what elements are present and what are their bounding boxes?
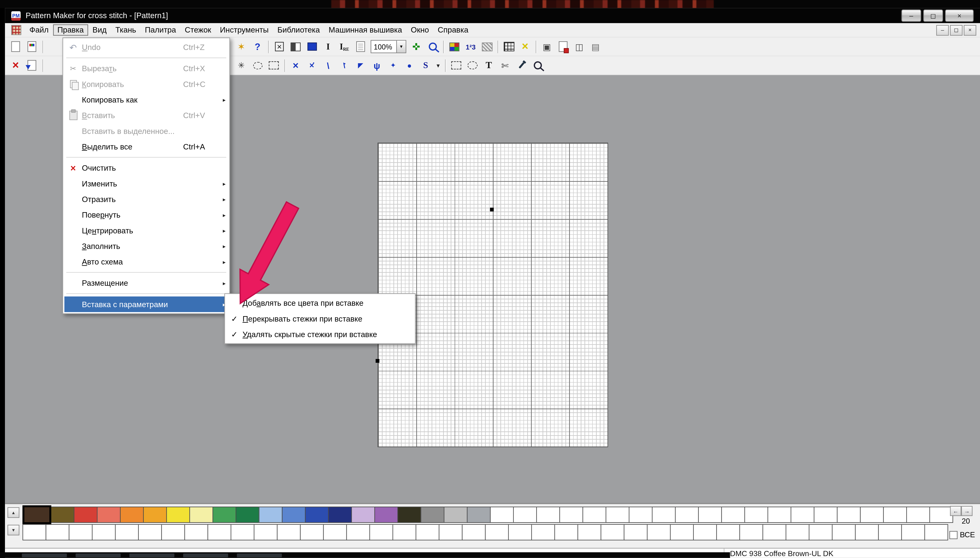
- palette-swatch-empty[interactable]: [837, 507, 861, 523]
- menubar-item-machine-embroidery[interactable]: Машинная вышивка: [324, 24, 406, 36]
- palette-swatch-empty[interactable]: [629, 507, 653, 523]
- palette-swatch-empty[interactable]: [901, 524, 925, 540]
- edit-menu-item-select-all[interactable]: Выделить всеCtrl+A: [64, 139, 228, 154]
- palette-swatch-empty[interactable]: [878, 524, 902, 540]
- palette-swatch-empty[interactable]: [531, 524, 555, 540]
- palette-swatch-empty[interactable]: [814, 507, 838, 523]
- menubar-item-stitch[interactable]: Стежок: [180, 24, 216, 36]
- palette-swatch[interactable]: [258, 507, 283, 523]
- palette-swatch-empty[interactable]: [582, 507, 606, 523]
- view-info-re-icon[interactable]: IRE: [336, 39, 352, 54]
- palette-swatch[interactable]: [23, 505, 51, 524]
- palette-swatch[interactable]: [421, 507, 445, 523]
- view-half-icon[interactable]: [287, 39, 304, 54]
- close-button[interactable]: ×: [945, 10, 973, 22]
- ripper-icon[interactable]: ✄: [497, 58, 513, 73]
- split-view-icon[interactable]: ◫: [571, 39, 587, 54]
- half-stitch-icon[interactable]: ×▪: [304, 58, 320, 73]
- edit-menu-item-clear[interactable]: ×Очистить: [64, 160, 228, 176]
- edit-menu-item-cut[interactable]: ✂ВырезатьCtrl+X: [64, 61, 228, 76]
- magnifier-icon[interactable]: [529, 58, 546, 73]
- palette-swatch-empty[interactable]: [346, 524, 370, 540]
- palette-swatch[interactable]: [51, 507, 74, 523]
- palette-next-button[interactable]: →: [961, 506, 972, 516]
- palette-swatch-empty[interactable]: [416, 524, 439, 540]
- quarter-icon[interactable]: ◤: [352, 58, 369, 73]
- palette-swatch[interactable]: [143, 507, 167, 523]
- menubar-item-palette[interactable]: Палитра: [141, 24, 180, 36]
- bead-icon[interactable]: ●: [401, 58, 417, 73]
- text-tool-icon[interactable]: T: [481, 58, 497, 73]
- edit-menu-item-copy-as[interactable]: Копировать как▸: [64, 92, 228, 107]
- hoop-icon[interactable]: [555, 39, 571, 54]
- zoom-tool-icon[interactable]: [424, 39, 440, 54]
- mdi-restore-button[interactable]: ◻: [950, 25, 962, 35]
- delete-icon[interactable]: ×: [8, 58, 24, 73]
- edit-menu-item-layout[interactable]: Размещение▸: [64, 275, 228, 290]
- daisy-icon[interactable]: ψ: [369, 58, 385, 73]
- edit-menu-item-undo[interactable]: ↶UndoCtrl+Z: [64, 39, 228, 55]
- edit-menu-item-center[interactable]: Центрировать▸: [64, 223, 228, 238]
- palette-swatch-empty[interactable]: [624, 524, 648, 540]
- palette-swatch[interactable]: [467, 507, 491, 523]
- palette-swatch[interactable]: [236, 507, 259, 523]
- center-lines-icon[interactable]: ×: [517, 39, 533, 54]
- edit-menu-item-auto-pattern[interactable]: Авто схема▸: [64, 254, 228, 269]
- palette-swatch-empty[interactable]: [790, 507, 815, 523]
- menubar-item-edit[interactable]: Правка: [53, 24, 88, 36]
- palette-swatch-empty[interactable]: [739, 524, 763, 540]
- special-s-icon[interactable]: S: [417, 58, 434, 73]
- palette-swatch-empty[interactable]: [786, 524, 810, 540]
- palette-prev-button[interactable]: ←: [950, 506, 961, 516]
- palette-swatch-empty[interactable]: [485, 524, 509, 540]
- palette-swatch-empty[interactable]: [767, 507, 791, 523]
- back-corner-icon[interactable]: \▪: [336, 58, 352, 73]
- palette-swatch-empty[interactable]: [185, 524, 208, 540]
- palette-swatch-empty[interactable]: [277, 524, 301, 540]
- palette-swatch-empty[interactable]: [860, 507, 884, 523]
- palette-swatch-empty[interactable]: [536, 507, 560, 523]
- menubar-item-fabric[interactable]: Ткань: [111, 24, 141, 36]
- submenu-item-add-all-colors-on-paste[interactable]: Добавлять все цвета при вставке: [226, 295, 414, 311]
- marquee-icon[interactable]: [266, 58, 282, 73]
- menubar-item-window[interactable]: Окно: [406, 24, 433, 36]
- preview-icon[interactable]: ▤: [587, 39, 604, 54]
- edit-menu-item-modify[interactable]: Изменить▸: [64, 176, 228, 191]
- palette-swatch-empty[interactable]: [855, 524, 879, 540]
- view-info-icon[interactable]: I: [320, 39, 336, 54]
- palette-swatch-empty[interactable]: [115, 524, 139, 540]
- palette-swatch-empty[interactable]: [652, 507, 676, 523]
- open-colors-icon[interactable]: [24, 39, 40, 54]
- palette-swatch-empty[interactable]: [906, 507, 930, 523]
- palette-swatch-empty[interactable]: [560, 507, 583, 523]
- palette-swatch[interactable]: [213, 507, 236, 523]
- menubar-item-view[interactable]: Вид: [88, 24, 111, 36]
- palette-swatch[interactable]: [444, 507, 468, 523]
- palette-swatch-empty[interactable]: [92, 524, 116, 540]
- palette-swatch-empty[interactable]: [693, 524, 717, 540]
- edit-menu-item-paste-with-parameters[interactable]: Вставка с параметрами▸: [64, 297, 228, 312]
- new-pattern-icon[interactable]: [8, 39, 24, 54]
- palette-swatch-empty[interactable]: [23, 524, 46, 540]
- full-stitch-icon[interactable]: ×: [287, 58, 304, 73]
- palette-swatch[interactable]: [305, 507, 329, 523]
- palette-swatch[interactable]: [190, 507, 213, 523]
- palette-swatch-empty[interactable]: [462, 524, 486, 540]
- palette-swatch-empty[interactable]: [762, 524, 786, 540]
- help-icon[interactable]: ?: [249, 39, 266, 54]
- knot-icon[interactable]: ✳: [233, 58, 249, 73]
- edit-menu-item-paste-into-selection[interactable]: Вставить в выделенное...: [64, 123, 228, 139]
- mdi-minimize-button[interactable]: –: [936, 25, 949, 35]
- palette-swatch-empty[interactable]: [508, 524, 532, 540]
- palette-swatch-empty[interactable]: [670, 524, 694, 540]
- palette-swatch-empty[interactable]: [370, 524, 393, 540]
- palette-swatch-empty[interactable]: [744, 507, 768, 523]
- palette-swatch-empty[interactable]: [716, 524, 740, 540]
- palette-swatch[interactable]: [97, 507, 121, 523]
- grid-icon[interactable]: [501, 39, 517, 54]
- palette-swatch[interactable]: [74, 507, 98, 523]
- freehand-icon[interactable]: [249, 58, 266, 73]
- rect-tool-icon[interactable]: [448, 58, 464, 73]
- ellipse-tool-icon[interactable]: [464, 58, 481, 73]
- edit-menu-item-copy[interactable]: КопироватьCtrl+C: [64, 76, 228, 92]
